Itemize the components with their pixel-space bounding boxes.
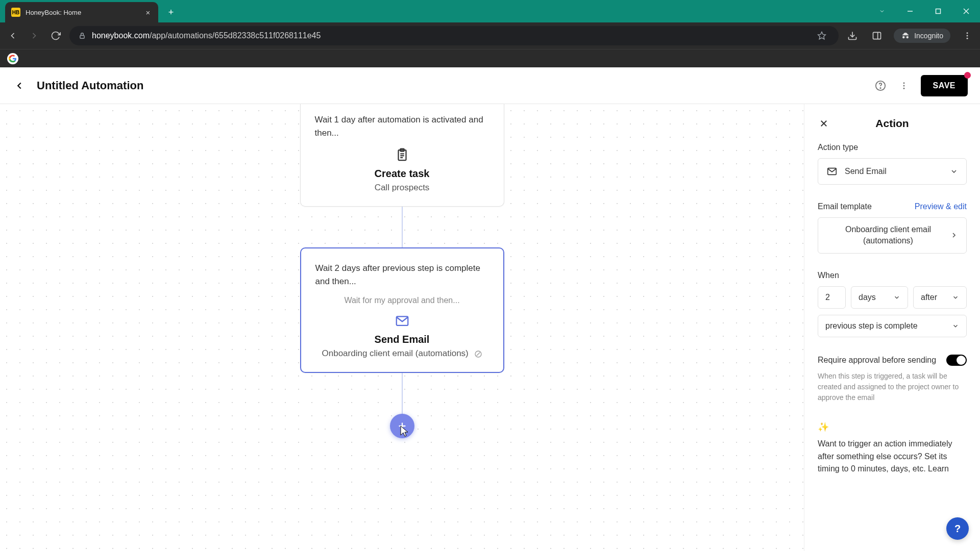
- step-subtitle: Call prospects: [315, 183, 489, 193]
- chevron-down-icon: [952, 322, 959, 330]
- panel-close-button[interactable]: [818, 117, 830, 130]
- browser-tab-strip: HB HoneyBook: Home × +: [0, 0, 980, 22]
- page-title: Untitled Automation: [37, 79, 143, 92]
- preview-edit-link[interactable]: Preview & edit: [915, 202, 967, 211]
- svg-rect-1: [936, 9, 940, 14]
- download-icon[interactable]: [845, 28, 860, 43]
- bookmark-google-icon[interactable]: [7, 53, 18, 64]
- approval-toggle[interactable]: [946, 355, 967, 366]
- back-icon[interactable]: [5, 28, 20, 43]
- svg-rect-4: [80, 35, 84, 38]
- flow-connector: [402, 373, 403, 414]
- window-controls: [868, 0, 980, 22]
- step-subtitle: Onboarding client email (automations): [315, 348, 489, 359]
- chevron-right-icon: [950, 231, 958, 239]
- svg-point-16: [903, 87, 904, 89]
- chevron-down-icon: [952, 294, 959, 301]
- maximize-icon[interactable]: [924, 0, 952, 22]
- svg-point-9: [967, 32, 968, 34]
- action-type-label: Action type: [818, 143, 967, 152]
- lock-icon: [79, 32, 86, 39]
- svg-line-24: [476, 352, 480, 356]
- email-template-value: Onboarding client email (automations): [826, 224, 950, 247]
- tip-text: Want to trigger an action immediately af…: [818, 438, 967, 475]
- unsaved-indicator-icon: [964, 72, 971, 79]
- tab-title: HoneyBook: Home: [26, 9, 139, 16]
- incognito-label: Incognito: [914, 32, 943, 40]
- new-tab-button[interactable]: +: [163, 5, 179, 20]
- when-unit-select[interactable]: days: [851, 286, 908, 309]
- add-step-button[interactable]: [390, 414, 414, 438]
- template-indicator-icon: [474, 350, 482, 358]
- mail-icon: [826, 166, 838, 177]
- mail-icon: [315, 313, 489, 329]
- approval-toggle-label: Require approval before sending: [818, 356, 936, 365]
- window-close-icon[interactable]: [952, 0, 980, 22]
- email-template-label: Email template: [818, 202, 872, 211]
- forward-icon[interactable]: [27, 28, 42, 43]
- minimize-icon[interactable]: [896, 0, 924, 22]
- help-icon[interactable]: [874, 79, 887, 92]
- tab-favicon: HB: [11, 8, 20, 17]
- svg-point-14: [903, 82, 904, 84]
- step-title: Create task: [315, 168, 489, 180]
- action-type-value: Send Email: [845, 167, 887, 176]
- flow-connector: [402, 207, 403, 247]
- chevron-down-icon: [950, 167, 958, 176]
- step-card-send-email[interactable]: Wait 2 days after previous step is compl…: [300, 247, 504, 373]
- help-fab-button[interactable]: ?: [946, 517, 969, 540]
- svg-rect-7: [873, 32, 881, 39]
- incognito-badge[interactable]: Incognito: [894, 29, 950, 43]
- step-wait-text: Wait 2 days after previous step is compl…: [315, 262, 489, 288]
- caret-down-icon[interactable]: [868, 0, 896, 22]
- step-wait-text: Wait 1 day after automation is activated…: [315, 113, 489, 139]
- email-template-select[interactable]: Onboarding client email (automations): [818, 217, 967, 254]
- bookmarks-bar: [0, 49, 980, 67]
- reload-icon[interactable]: [48, 28, 63, 43]
- close-icon[interactable]: ×: [144, 8, 152, 16]
- chevron-down-icon: [893, 294, 900, 301]
- save-button-label: SAVE: [933, 81, 955, 90]
- browser-tab[interactable]: HB HoneyBook: Home ×: [5, 2, 158, 22]
- step-card-create-task[interactable]: Wait 1 day after automation is activated…: [300, 104, 504, 207]
- save-button[interactable]: SAVE: [921, 75, 968, 96]
- svg-point-11: [967, 38, 968, 39]
- back-button[interactable]: [12, 79, 27, 93]
- step-title: Send Email: [315, 334, 489, 345]
- approval-help-text: When this step is triggered, a task will…: [818, 371, 967, 403]
- action-panel: Action Action type Send Email Email temp…: [804, 104, 980, 551]
- automation-canvas[interactable]: Wait 1 day after automation is activated…: [0, 104, 804, 551]
- sidepanel-icon[interactable]: [869, 28, 885, 43]
- when-relation-select[interactable]: after: [913, 286, 967, 309]
- url-input[interactable]: honeybook.com/app/automations/655d82338c…: [69, 26, 839, 45]
- svg-marker-5: [818, 32, 826, 39]
- when-condition-select[interactable]: previous step is complete: [818, 315, 967, 337]
- app-header: Untitled Automation SAVE: [0, 67, 980, 104]
- browser-address-bar: honeybook.com/app/automations/655d82338c…: [0, 22, 980, 49]
- clipboard-icon: [315, 147, 489, 163]
- more-menu-icon[interactable]: [897, 79, 911, 92]
- svg-point-10: [967, 35, 968, 37]
- browser-menu-icon[interactable]: [960, 28, 975, 43]
- step-approval-text: Wait for my approval and then...: [315, 296, 489, 305]
- svg-point-13: [880, 87, 880, 88]
- action-type-select[interactable]: Send Email: [818, 158, 967, 185]
- svg-point-15: [903, 85, 904, 86]
- sparkle-icon: ✨: [818, 421, 967, 433]
- url-text: honeybook.com/app/automations/655d82338c…: [92, 31, 321, 40]
- bookmark-star-icon[interactable]: [814, 28, 829, 43]
- when-label: When: [818, 271, 967, 280]
- panel-title: Action: [830, 117, 954, 130]
- when-number-input[interactable]: 2: [818, 286, 846, 309]
- incognito-icon: [901, 31, 910, 40]
